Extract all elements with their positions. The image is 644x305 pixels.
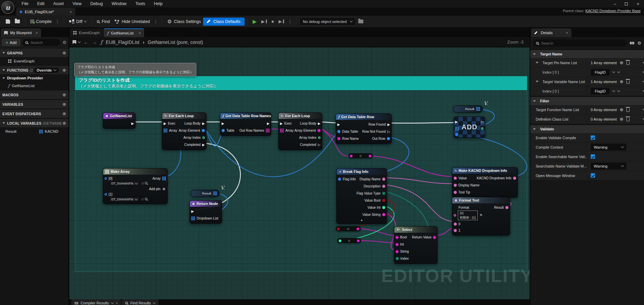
- pin-string[interactable]: [395, 250, 399, 253]
- pin-dropdown-list[interactable]: [191, 217, 195, 220]
- pin-row-found[interactable]: ▶: [387, 123, 390, 126]
- node-header[interactable]: -<Break Flag Info: [337, 169, 387, 175]
- pin-exec[interactable]: ▶: [222, 122, 224, 125]
- input-pin[interactable]: [339, 239, 341, 242]
- section-variables[interactable]: VARIABLES⊕: [0, 100, 68, 108]
- skip-button[interactable]: ▶: [276, 18, 286, 25]
- asset-tab[interactable]: ◈ EUB_FlagIDList* ×: [16, 8, 75, 16]
- close-icon[interactable]: ×: [139, 31, 141, 35]
- menu-help[interactable]: Help: [150, 1, 167, 7]
- pin-array[interactable]: [280, 129, 284, 132]
- input-pin[interactable]: [337, 228, 340, 230]
- node-header[interactable]: ƒGet Data Table Row Names: [220, 113, 271, 119]
- pin-0[interactable]: [105, 177, 107, 180]
- wire-21[interactable]: [361, 240, 397, 243]
- pin-flag-value-type[interactable]: [382, 192, 385, 195]
- play-button[interactable]: ▶: [250, 17, 259, 26]
- name-combo[interactable]: FlagID: [591, 88, 610, 95]
- node-break-flag-info[interactable]: -<Break Flag InfoFlag InfoDisplay NameDe…: [336, 168, 387, 224]
- node-header[interactable]: Make Array: [103, 169, 167, 175]
- add-element-button[interactable]: ⊕: [620, 60, 623, 65]
- node-header[interactable]: GetNameList: [103, 113, 135, 119]
- pin-value-bool[interactable]: [382, 199, 385, 202]
- name-combo[interactable]: FlagID: [591, 69, 610, 76]
- pin-result[interactable]: [505, 206, 508, 209]
- hide-unrelated-options-button[interactable]: ⋮: [152, 19, 159, 24]
- add-element-button[interactable]: ⊕: [620, 117, 623, 122]
- revert-icon[interactable]: ↩: [643, 79, 644, 84]
- close-icon[interactable]: ×: [116, 301, 118, 305]
- wire-4[interactable]: [390, 123, 455, 123]
- node-add-array-item[interactable]: ADD▶▷: [454, 117, 485, 138]
- panel-gear-icon[interactable]: ⚙: [62, 40, 66, 45]
- node-header[interactable]: ↻For Each Loop: [162, 113, 206, 119]
- add-button[interactable]: +Add: [2, 39, 20, 46]
- details-search-input[interactable]: Search: [533, 40, 627, 47]
- tab-my-blueprint[interactable]: My Blueprint ×: [1, 28, 41, 37]
- element-0-combo[interactable]: DT_ScenarioFla↺: [109, 181, 166, 186]
- close-icon[interactable]: ×: [70, 10, 72, 14]
- element-1-combo[interactable]: DT_GimmickFla↺: [109, 197, 166, 202]
- add-functions-icon[interactable]: ⊕: [62, 68, 66, 73]
- pin-exec[interactable]: ▶: [164, 122, 166, 125]
- find-button[interactable]: Find: [94, 18, 112, 26]
- clear-array-button[interactable]: [626, 61, 629, 65]
- section-header-validate[interactable]: Validate: [530, 125, 644, 133]
- revert-icon[interactable]: ↩: [643, 70, 644, 74]
- section-graphs[interactable]: GRAPHS⊕: [0, 49, 68, 57]
- close-window-button[interactable]: ×: [637, 2, 639, 6]
- node-return-node[interactable]: Return Node▶Dropdown List: [190, 200, 222, 224]
- pin-value[interactable]: [454, 177, 457, 180]
- display-filter-icon[interactable]: [630, 42, 634, 44]
- browse-button[interactable]: [12, 18, 22, 25]
- sidebar-item-eventgraph[interactable]: EventGraph: [0, 57, 68, 65]
- dropdown-searchable-name-validate-m[interactable]: Warning: [591, 162, 626, 170]
- pin-1[interactable]: [454, 229, 457, 232]
- close-icon[interactable]: ×: [566, 31, 568, 35]
- wire-20[interactable]: [361, 229, 397, 236]
- node-for-each-loop[interactable]: ↻For Each Loop▶ExecLoop Body▶ArrayArray …: [278, 112, 322, 150]
- pin-loop-body[interactable]: ▶: [202, 122, 205, 125]
- exec-in[interactable]: ▶: [455, 120, 458, 124]
- localization-flag-icon[interactable]: ⚑: [479, 213, 483, 218]
- pin-data-table[interactable]: [337, 130, 340, 133]
- tab-eventgraph[interactable]: EventGraph: [70, 28, 103, 37]
- output-pin[interactable]: [369, 155, 371, 157]
- override-dropdown[interactable]: Override: [34, 68, 59, 73]
- collapse-chevron[interactable]: ▴: [337, 218, 387, 222]
- menu-edit[interactable]: Edit: [33, 1, 49, 7]
- class-defaults-button[interactable]: Class Defaults: [203, 18, 245, 26]
- pin-display-name[interactable]: [454, 184, 457, 187]
- wire-5[interactable]: [195, 143, 241, 210]
- tab-details[interactable]: Details ×: [531, 28, 571, 37]
- collapsed-conversion-node[interactable]: [337, 238, 361, 243]
- return-size-pin[interactable]: [481, 127, 483, 130]
- diff-button[interactable]: Diff: [67, 18, 89, 26]
- pin-out-row[interactable]: [387, 137, 390, 140]
- pin-out-row-names[interactable]: [266, 129, 270, 132]
- node-make-array[interactable]: Make Array[0]ArrayDT_ScenarioFla↺ Add pi…: [103, 168, 168, 204]
- node-get-data-table-row-names[interactable]: ƒGet Data Table Row Names▶▶TableOut Row …: [220, 112, 271, 136]
- input-pin[interactable]: [350, 155, 353, 157]
- details-settings-icon[interactable]: ⚙: [637, 41, 641, 46]
- pin-value-string[interactable]: [382, 213, 385, 216]
- pin-format[interactable]: [454, 214, 456, 217]
- collapsed-conversion-node[interactable]: [336, 226, 361, 231]
- menu-debug[interactable]: Debug: [86, 1, 107, 7]
- pin-array-element[interactable]: [317, 129, 320, 132]
- blueprint-search-input[interactable]: Search: [22, 39, 60, 46]
- pin-description[interactable]: [382, 185, 385, 188]
- wire-18[interactable]: [386, 185, 455, 222]
- pin-display-name[interactable]: [382, 178, 385, 181]
- pin-array-index[interactable]: [202, 136, 205, 139]
- pin-flag-info[interactable]: [338, 178, 341, 181]
- array-pin[interactable]: [476, 107, 480, 111]
- section-macros[interactable]: MACROS⊕: [0, 91, 68, 99]
- pin-table[interactable]: [222, 129, 225, 132]
- section-local-variables[interactable]: LOCAL VARIABLES(GETNAME⊕: [0, 119, 68, 127]
- add-element-button[interactable]: ⊕: [620, 107, 623, 112]
- add-local-variables-icon[interactable]: ⊕: [62, 121, 66, 126]
- wire-17[interactable]: [386, 178, 455, 184]
- pin-array[interactable]: [164, 129, 167, 132]
- node-format-text[interactable]: Format TextFormatResult{0}初期値：{1}⚑01: [452, 197, 510, 235]
